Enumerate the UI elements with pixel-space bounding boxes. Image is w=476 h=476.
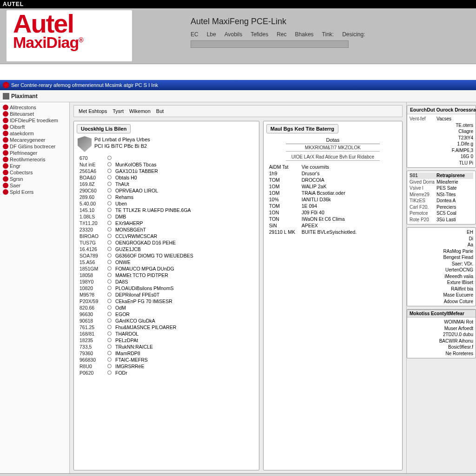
table-row[interactable]: 670 xyxy=(78,155,255,161)
table-row[interactable]: T#11.20EXr9AHERP xyxy=(78,220,255,226)
list-item: 16G 0 xyxy=(410,153,473,160)
rp1-header: EourchDut Ourock Droessrack xyxy=(407,106,476,114)
table-row[interactable]: 15.A56ONWE xyxy=(78,259,255,265)
table-row[interactable]: Nut inEMunKoIOB5 Tbcas xyxy=(78,161,255,168)
ring-icon xyxy=(107,364,112,368)
table-row[interactable]: P20X/59CEkaEnP FG 70 IMiSESR xyxy=(78,298,255,304)
table-row[interactable]: 1.08LSDMB xyxy=(78,213,255,220)
table-row[interactable]: 1OMTRAiA Bcsotiar.oder xyxy=(267,190,398,196)
right-panel-4: Mokotiss EcontyltMefear WOINMAi RotMuser… xyxy=(407,309,476,358)
table-row[interactable]: 761.25Fhu&MJASNCE PILOARER xyxy=(78,324,255,331)
list-item[interactable]: Carl F20.Pereciers xyxy=(410,204,473,211)
table-row[interactable]: 16.4126GUZE1JCB xyxy=(78,246,255,252)
menu-item[interactable]: Lbe xyxy=(207,31,216,38)
section-title: Plaximant xyxy=(11,90,38,102)
sidebar-item[interactable]: Engr xyxy=(0,163,69,169)
table-row[interactable]: 10%IANITLI D36k xyxy=(267,196,398,203)
table-row[interactable]: 1h9Drusor's xyxy=(267,170,398,177)
table-row[interactable]: 145.10TE TTLKZE R.UAEFD PINBE.6GA xyxy=(78,207,255,213)
list-item[interactable]: Rote P203Sü Lasti xyxy=(410,217,473,223)
tab[interactable]: Met Eshtops xyxy=(79,108,107,114)
table-row[interactable]: 1851GMFOMAUCO MPGA DUnDG xyxy=(78,265,255,272)
table-row[interactable]: 966830FTAIC-MEFRS xyxy=(78,357,255,363)
sidebar-item[interactable]: Spld Eorrs xyxy=(0,189,69,195)
table-row[interactable]: 23320MONSBGEhT xyxy=(78,226,255,233)
list-item: Saer: VDr. xyxy=(410,261,473,267)
table-row[interactable]: 169.8ZThAUt xyxy=(78,181,255,187)
table-row[interactable]: 90618GAnIKCO GluDkA xyxy=(78,317,255,324)
table-row[interactable]: 820.66OdM xyxy=(78,304,255,311)
tab[interactable]: Tysrt xyxy=(112,108,124,114)
table-row[interactable]: 1ONJ09 F0i 40 xyxy=(267,209,398,216)
table-row[interactable]: SiNAPEEX xyxy=(267,222,398,229)
bullet-icon xyxy=(3,137,8,143)
list-item[interactable]: Vsive lPES Sate xyxy=(410,185,473,192)
list-item: Mase Eucuere xyxy=(410,292,473,298)
ring-icon xyxy=(107,175,112,179)
table-row[interactable]: P0620FODr xyxy=(78,370,255,376)
sidebar-item[interactable]: Sgrsn xyxy=(0,176,69,182)
sidebar-item[interactable]: ataekdorm xyxy=(0,130,69,137)
center-column: Met EshtopsTysrtWikemonBut Uocskhlg Lis … xyxy=(70,102,406,473)
menu-item[interactable]: EC xyxy=(191,31,198,38)
bullet-icon xyxy=(3,144,8,149)
menu-item[interactable]: Bhakes xyxy=(295,31,314,38)
table-row[interactable]: 79360lMamRDP8 xyxy=(78,350,255,357)
list-item: 1.Dife.g xyxy=(410,141,473,147)
menu-item[interactable]: Avobils xyxy=(225,31,242,38)
table-row[interactable]: 733,5TRukNN:RAICLE xyxy=(78,344,255,350)
search-input[interactable] xyxy=(191,40,349,48)
table-row[interactable]: M95?8DEPRilonaf FPEs0T xyxy=(78,291,255,298)
table-row[interactable]: 168/81THARDOL xyxy=(78,331,255,337)
table-row[interactable]: 18058MAMEt TCTO PIDTPER xyxy=(78,272,255,278)
list-item: 2TD2U.0 dubu xyxy=(410,331,473,338)
sidebar-item[interactable]: Alitrecstons xyxy=(0,104,69,111)
menu-item[interactable]: Desicing: xyxy=(342,31,365,38)
sidebar-item[interactable]: Biiteuarset xyxy=(0,111,69,117)
list-item[interactable]: PemotceSC5 Coal xyxy=(410,210,473,217)
list-item[interactable]: Gived DorraMileaferrie xyxy=(410,179,473,185)
table-row[interactable]: SOA789G6366OF DIOMG TO WIEUEDBES xyxy=(78,252,255,259)
main-area: AlitrecstonsBiiteuarsetIDFDleuPE troedke… xyxy=(0,102,476,473)
table-row[interactable]: 289.60Rehams xyxy=(78,194,255,200)
table-row[interactable]: 96630EGOR xyxy=(78,311,255,317)
table-row[interactable]: R8U0IMGRSRRéE xyxy=(78,363,255,370)
ring-icon xyxy=(107,312,112,316)
table-row[interactable]: BIROAOCCLVRWMCSCAR xyxy=(78,233,255,239)
table-row[interactable]: AiDM TstVie couvmits xyxy=(267,164,398,170)
bullet-icon xyxy=(3,170,8,175)
sidebar-item[interactable]: Mecareygeneer xyxy=(0,137,69,143)
table-row[interactable]: TONIWaON Et C6 Clima xyxy=(267,216,398,222)
table-row[interactable]: 290C60OPRVEAAO LIROL xyxy=(78,187,255,194)
sidebar-item[interactable]: Saer xyxy=(0,182,69,189)
menu-item[interactable]: Tefides xyxy=(251,31,268,38)
sidebar-item[interactable]: Reotilvmereoris xyxy=(0,156,69,163)
table-row[interactable]: TUS7GOENGROGKAD D16 PEHE xyxy=(78,239,255,246)
tab[interactable]: But xyxy=(156,108,164,114)
list-item[interactable]: Mirerre29NSt-Tites xyxy=(410,192,473,198)
bullet-icon xyxy=(3,189,8,195)
table-row[interactable]: 18235PELzDPAt xyxy=(78,337,255,344)
ring-icon xyxy=(107,279,112,284)
sidebar-item[interactable]: Oibsrft xyxy=(0,124,69,130)
list-item[interactable]: TIKzESDontea A xyxy=(410,198,473,204)
table-row[interactable]: BOA&0Obtals H0 xyxy=(78,174,255,181)
table-row[interactable]: 2561A6GAX1O1ü TABBER xyxy=(78,168,255,174)
table-row[interactable]: 5.40.00Uben xyxy=(78,200,255,207)
ring-icon xyxy=(107,221,112,225)
tab[interactable]: Wikemon xyxy=(129,108,151,114)
table-row[interactable]: TOM1E 094 xyxy=(267,203,398,209)
table-row[interactable]: 198Y0DA8S xyxy=(78,278,255,285)
mid-subline1: MKXRIOM&7/7 MKZOLOK xyxy=(286,145,380,152)
sidebar-item[interactable]: Cobectsrs xyxy=(0,169,69,176)
table-row[interactable]: 10820PLOAUDiBsilons PMnomS xyxy=(78,285,255,291)
table-row[interactable]: TOMDROCOIA xyxy=(267,177,398,183)
sidebar-item[interactable]: Plefrineager xyxy=(0,150,69,156)
sidebar-item[interactable]: DF Gißins boctrecer xyxy=(0,143,69,150)
list-item: BACWIR Aihonu xyxy=(410,338,473,344)
table-row[interactable]: 29110 L MKBUITE BVLeSyischiotled. xyxy=(267,229,398,235)
menu-item[interactable]: Tink: xyxy=(322,31,334,38)
menu-item[interactable]: Rec xyxy=(277,31,286,38)
table-row[interactable]: 1OMWALIP 2aK xyxy=(267,183,398,190)
sidebar-item[interactable]: IDFDleuPE troedkem xyxy=(0,117,69,124)
